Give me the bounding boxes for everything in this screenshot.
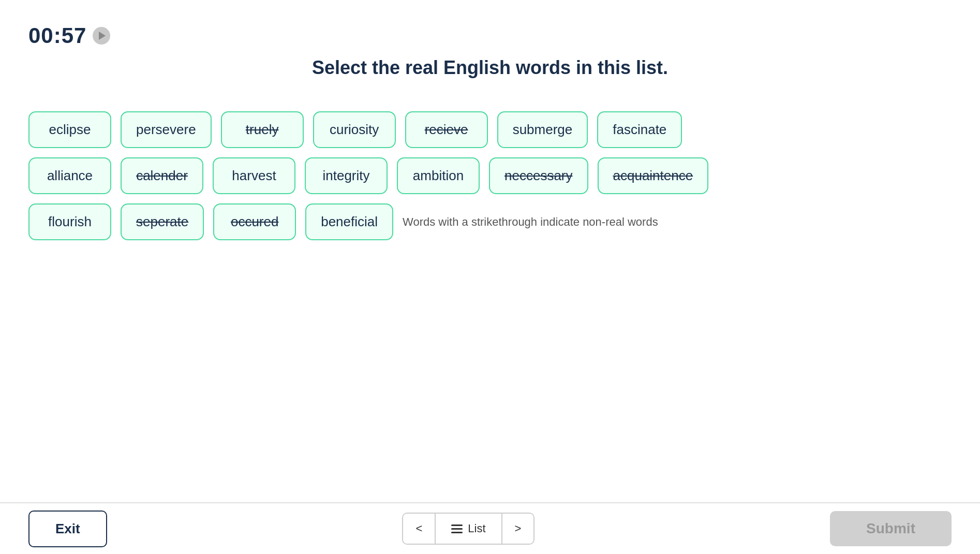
navigation-area: < List > — [402, 513, 534, 545]
word-chip-persevere[interactable]: persevere — [121, 111, 212, 148]
word-chip-eclipse[interactable]: eclipse — [28, 111, 111, 148]
word-chip-beneficial[interactable]: beneficial — [305, 203, 393, 240]
list-icon — [451, 524, 463, 533]
word-chip-curiosity[interactable]: curiosity — [313, 111, 396, 148]
word-chip-harvest[interactable]: harvest — [213, 157, 295, 194]
word-chip-flourish[interactable]: flourish — [28, 203, 111, 240]
timer-display: 00:57 — [28, 23, 86, 48]
list-label: List — [468, 522, 485, 535]
word-chip-ambition[interactable]: ambition — [397, 157, 480, 194]
timer-area: 00:57 — [28, 23, 110, 48]
next-button[interactable]: > — [501, 514, 534, 544]
word-chip-integrity[interactable]: integrity — [305, 157, 388, 194]
word-chip-seperate[interactable]: seperate — [121, 203, 204, 240]
word-row-0: eclipseperseveretruelycuriosityrecievesu… — [28, 111, 952, 148]
word-chip-acquaintence[interactable]: acquaintence — [598, 157, 709, 194]
word-chip-calender[interactable]: calender — [121, 157, 203, 194]
word-chip-recieve[interactable]: recieve — [405, 111, 488, 148]
word-row-1: alliancecalenderharvestintegrityambition… — [28, 157, 952, 194]
question-text: Select the real English words in this li… — [312, 57, 668, 78]
play-button[interactable] — [93, 27, 110, 45]
word-chip-truely[interactable]: truely — [221, 111, 304, 148]
bottom-bar: Exit < List > Submit — [0, 502, 980, 554]
words-grid: eclipseperseveretruelycuriosityrecievesu… — [28, 111, 952, 240]
word-chip-occured[interactable]: occured — [213, 203, 296, 240]
question-area: Select the real English words in this li… — [0, 57, 980, 79]
word-row-2: flourishseperateoccuredbeneficialWords w… — [28, 203, 952, 240]
submit-button: Submit — [830, 511, 952, 546]
word-chip-fascinate[interactable]: fascinate — [597, 111, 682, 148]
prev-button[interactable]: < — [403, 514, 436, 544]
word-chip-neccessary[interactable]: neccessary — [489, 157, 588, 194]
list-nav[interactable]: List — [436, 514, 501, 544]
word-chip-submerge[interactable]: submerge — [497, 111, 588, 148]
exit-button[interactable]: Exit — [28, 511, 107, 547]
hint-text: Words with a strikethrough indicate non-… — [403, 206, 658, 238]
word-chip-alliance[interactable]: alliance — [28, 157, 111, 194]
